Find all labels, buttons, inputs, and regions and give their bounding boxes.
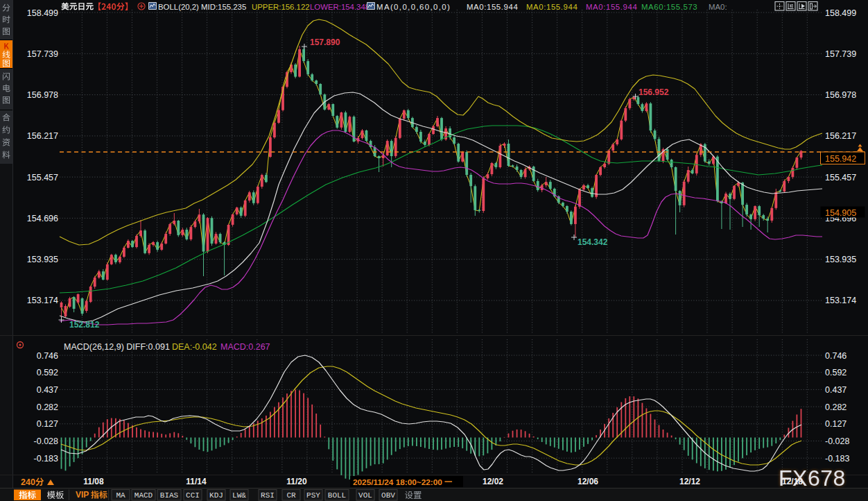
svg-text:CR: CR <box>286 491 296 500</box>
svg-text:MA60:155.573: MA60:155.573 <box>641 3 697 11</box>
svg-text:VOL: VOL <box>358 491 372 500</box>
svg-text:-0.183: -0.183 <box>34 454 58 464</box>
svg-text:0.437: 0.437 <box>37 385 58 395</box>
svg-text:12/12: 12/12 <box>679 477 700 486</box>
svg-text:LW&: LW& <box>232 491 246 500</box>
svg-text:156.217: 156.217 <box>825 131 856 141</box>
svg-text:KDJ: KDJ <box>209 491 223 500</box>
svg-text:DEA:-0.042: DEA:-0.042 <box>172 342 217 352</box>
svg-text:MACD: MACD <box>134 491 153 500</box>
svg-text:LOWER:154.348: LOWER:154.348 <box>310 3 370 11</box>
svg-text:-0.028: -0.028 <box>825 436 849 446</box>
svg-text:12/02: 12/02 <box>483 477 503 486</box>
svg-text:BOLL(20,2) MID:155.235: BOLL(20,2) MID:155.235 <box>158 3 246 11</box>
svg-text:CCI: CCI <box>186 491 200 500</box>
svg-text:0.746: 0.746 <box>825 351 847 361</box>
svg-text:0.282: 0.282 <box>825 402 847 412</box>
svg-text:158.499: 158.499 <box>27 8 58 18</box>
svg-text:MA: MA <box>116 491 125 500</box>
svg-text:0.127: 0.127 <box>825 419 847 429</box>
svg-text:153.174: 153.174 <box>27 296 58 305</box>
svg-text:157.890: 157.890 <box>310 37 340 47</box>
svg-text:154.342: 154.342 <box>578 237 608 247</box>
svg-text:156.978: 156.978 <box>27 90 58 100</box>
svg-text:MACD:0.267: MACD:0.267 <box>220 342 270 352</box>
svg-text:156.978: 156.978 <box>825 90 856 100</box>
svg-text:155.457: 155.457 <box>825 173 856 182</box>
svg-text:0.127: 0.127 <box>37 419 58 429</box>
svg-text:BIAS: BIAS <box>160 491 179 500</box>
svg-text:UPPER:156.122: UPPER:156.122 <box>252 3 310 11</box>
svg-text:MA0:: MA0: <box>709 3 727 11</box>
svg-text:158.499: 158.499 <box>825 8 856 18</box>
svg-text:155.457: 155.457 <box>27 173 58 182</box>
svg-text:11/08: 11/08 <box>83 477 104 486</box>
svg-text:MA(0,0,0,60,0,0): MA(0,0,0,60,0,0) <box>376 3 451 11</box>
svg-text:PSY: PSY <box>306 491 320 500</box>
svg-text:MACD(26,12,9) DIFF:0.091: MACD(26,12,9) DIFF:0.091 <box>64 342 170 352</box>
svg-text:156.952: 156.952 <box>639 87 669 97</box>
svg-text:MA0:155.944: MA0:155.944 <box>586 3 637 11</box>
svg-text:153.935: 153.935 <box>825 255 856 264</box>
svg-text:VIP: VIP <box>76 490 89 500</box>
svg-text:157.739: 157.739 <box>825 49 856 59</box>
svg-text:2025/11/24 18:00~22:00: 2025/11/24 18:00~22:00 <box>353 477 442 487</box>
svg-text:MA0:155.944: MA0:155.944 <box>526 3 578 11</box>
svg-text:0.592: 0.592 <box>825 368 847 377</box>
svg-text:12/06: 12/06 <box>578 477 598 486</box>
svg-text:157.739: 157.739 <box>27 49 58 59</box>
svg-text:11/14: 11/14 <box>186 477 207 486</box>
svg-text:155.942: 155.942 <box>825 154 856 164</box>
svg-text:0.282: 0.282 <box>37 402 58 412</box>
svg-text:154.905: 154.905 <box>825 208 856 218</box>
svg-text:0.746: 0.746 <box>37 351 58 361</box>
svg-text:0.437: 0.437 <box>825 385 847 395</box>
svg-text:156.217: 156.217 <box>27 131 58 141</box>
svg-text:-0.028: -0.028 <box>34 436 58 446</box>
svg-text:RSI: RSI <box>261 491 275 500</box>
svg-text:0.592: 0.592 <box>37 368 58 377</box>
svg-text:153.935: 153.935 <box>27 255 58 264</box>
svg-text:MA0:155.944: MA0:155.944 <box>467 3 518 11</box>
svg-text:BOLL: BOLL <box>328 491 346 500</box>
svg-text:153.174: 153.174 <box>825 296 856 305</box>
svg-text:11/20: 11/20 <box>286 477 307 486</box>
svg-text:154.696: 154.696 <box>27 214 58 223</box>
svg-text:12/18: 12/18 <box>782 477 803 486</box>
svg-text:-0.183: -0.183 <box>825 454 849 464</box>
svg-text:152.812: 152.812 <box>69 320 100 330</box>
svg-text:OBV: OBV <box>381 491 395 500</box>
svg-text:240: 240 <box>21 477 35 487</box>
